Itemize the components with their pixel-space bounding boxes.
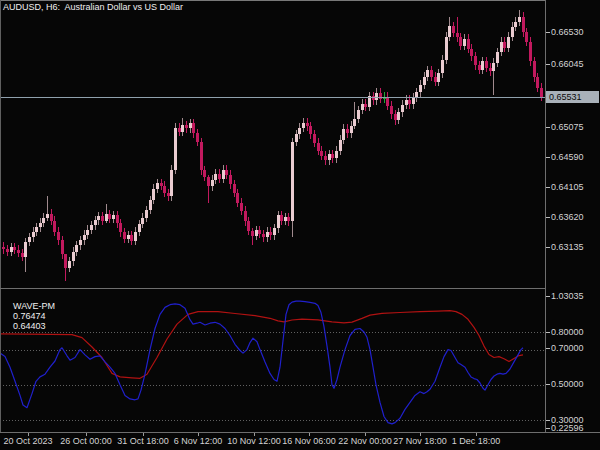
candle: [10, 247, 13, 252]
candle: [287, 217, 290, 221]
price-axis-label: 0.63620: [551, 212, 584, 222]
candle: [426, 70, 429, 77]
candle: [540, 88, 543, 98]
candle: [24, 242, 27, 257]
candle: [463, 39, 466, 46]
candle: [203, 170, 206, 177]
candle: [28, 237, 31, 242]
candle: [262, 234, 265, 237]
current-price-tag: 0.65531: [546, 91, 599, 103]
indicator-axis-label-tick: [546, 296, 550, 297]
candle: [394, 114, 397, 120]
candle: [214, 174, 217, 180]
candle: [331, 154, 334, 158]
candle: [353, 119, 356, 126]
candle: [489, 68, 492, 72]
price-axis[interactable]: 0.665300.660450.650750.645900.641050.636…: [545, 0, 600, 432]
candle: [108, 214, 111, 219]
candle: [529, 42, 532, 62]
candle: [500, 42, 503, 52]
candle: [185, 125, 188, 128]
main-chart-plot[interactable]: [0, 0, 545, 288]
candle: [280, 215, 283, 221]
candle: [97, 216, 100, 220]
candle: [441, 60, 444, 74]
candle: [437, 73, 440, 82]
candle: [467, 39, 470, 49]
candle: [53, 221, 56, 232]
candle: [456, 33, 459, 37]
indicator-axis-label: 0.50000: [551, 379, 584, 389]
indicator-value-1: 0.76474: [13, 311, 46, 321]
candle: [459, 37, 462, 46]
price-axis-label-tick: [546, 247, 550, 248]
candle: [320, 151, 323, 156]
candle: [298, 128, 301, 135]
candle: [511, 27, 514, 37]
candle: [207, 177, 210, 187]
indicator-axis-label-tick: [546, 384, 550, 385]
time-axis-label: 6 Nov 12:00: [174, 436, 223, 446]
indicator-axis-label-tick: [546, 332, 550, 333]
indicator-axis-label-tick: [546, 348, 550, 349]
candle: [496, 52, 499, 63]
panel-separator[interactable]: [0, 288, 600, 289]
chart-title: AUDUSD, H6: Australian Dollar vs US Doll…: [3, 2, 183, 12]
candle: [258, 230, 261, 234]
candle: [21, 253, 24, 257]
price-axis-label-tick: [546, 217, 550, 218]
candle: [405, 100, 408, 105]
candle: [302, 123, 305, 128]
candle: [116, 215, 119, 223]
time-axis-label: 27 Nov 18:00: [393, 436, 447, 446]
time-axis-label: 22 Nov 00:00: [338, 436, 392, 446]
candle: [448, 26, 451, 37]
indicator-values-label: WAVE-PM 0.76474 0.64403: [3, 291, 59, 341]
candle: [127, 235, 130, 239]
price-axis-label-tick: [546, 32, 550, 33]
indicator-plot[interactable]: [0, 289, 545, 432]
time-axis-label: 1 Dec 18:00: [452, 436, 501, 446]
candle: [79, 240, 82, 245]
price-axis-label: 0.66530: [551, 27, 584, 37]
indicator-axis-label-tick: [546, 428, 550, 429]
time-axis-label: 20 Oct 2023: [3, 436, 52, 446]
time-axis[interactable]: 20 Oct 202326 Oct 00:0031 Oct 18:006 Nov…: [0, 433, 600, 450]
candle: [324, 156, 327, 161]
price-axis-label-tick: [546, 187, 550, 188]
candle: [335, 151, 338, 159]
candle: [342, 129, 345, 140]
candle: [160, 183, 163, 186]
price-axis-label: 0.64590: [551, 152, 584, 162]
candle: [375, 93, 378, 101]
candle: [412, 97, 415, 104]
candle: [401, 105, 404, 113]
indicator-value-2: 0.64403: [13, 321, 46, 331]
candle: [233, 184, 236, 193]
candle: [423, 77, 426, 85]
candle: [536, 77, 539, 88]
candle: [313, 134, 316, 143]
time-axis-label: 10 Nov 12:00: [227, 436, 281, 446]
candle: [57, 232, 60, 241]
candle: [244, 211, 247, 222]
candle: [138, 224, 141, 232]
chart-border-left: [0, 0, 1, 433]
candle: [39, 223, 42, 228]
indicator-axis-label-tick: [546, 420, 550, 421]
price-axis-label: 0.66045: [551, 59, 584, 69]
candle: [68, 261, 71, 268]
candle: [6, 249, 9, 252]
candle: [83, 235, 86, 241]
candle: [452, 26, 455, 33]
price-axis-label-tick: [546, 157, 550, 158]
candle: [415, 92, 418, 97]
price-axis-label: 0.63135: [551, 242, 584, 252]
candle: [178, 128, 181, 132]
candle: [72, 252, 75, 262]
candle: [149, 200, 152, 210]
candle: [32, 232, 35, 238]
candle: [229, 175, 232, 185]
price-axis-label-tick: [546, 64, 550, 65]
candle: [346, 129, 349, 134]
